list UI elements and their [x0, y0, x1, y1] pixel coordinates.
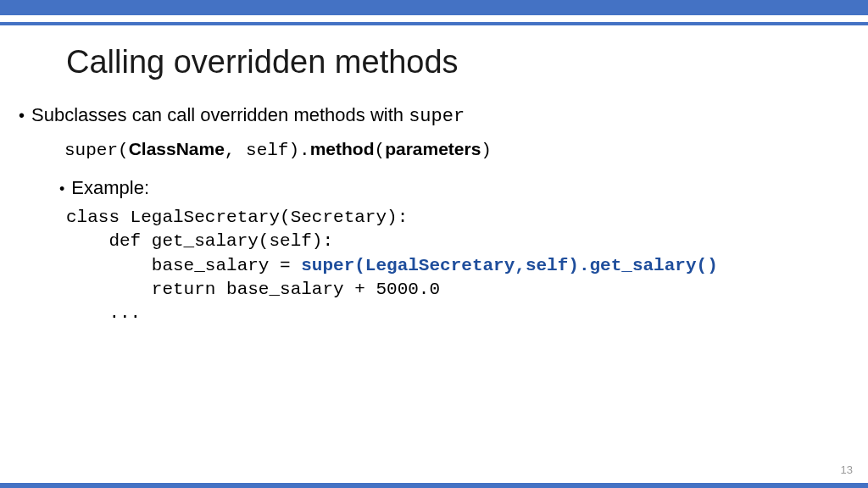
syntax-template: super(ClassName, self).method(parameters…	[64, 139, 868, 160]
bullet1-text: Subclasses can call overridden methods w…	[31, 104, 465, 127]
slide-title: Calling overridden methods	[66, 44, 868, 80]
code-line-4: return base_salary + 5000.0	[66, 280, 440, 299]
header-bar-thin	[0, 22, 868, 25]
code-line-5: ...	[66, 303, 141, 323]
syntax-p1: super(	[64, 141, 129, 160]
header-gap	[0, 15, 868, 22]
bullet-level1: • Subclasses can call overridden methods…	[19, 104, 868, 127]
bullet-dot: •	[59, 181, 64, 197]
syntax-method: method	[310, 139, 375, 158]
syntax-p3: (	[375, 141, 386, 160]
slide-content: • Subclasses can call overridden methods…	[19, 104, 868, 326]
header-bar-thick	[0, 0, 868, 15]
bullet-dot: •	[19, 107, 25, 124]
code-line-3a: base_salary =	[66, 256, 301, 275]
footer-bar	[0, 483, 868, 488]
code-line-2: def get_salary(self):	[66, 231, 333, 251]
code-block: class LegalSecretary(Secretary): def get…	[66, 206, 868, 326]
bullet-level2: • Example:	[59, 177, 868, 199]
syntax-p4: )	[481, 141, 492, 160]
code-line-1: class LegalSecretary(Secretary):	[66, 208, 408, 227]
syntax-p2: , self).	[225, 141, 310, 160]
syntax-classname: ClassName	[129, 139, 225, 158]
bullet1-prefix: Subclasses can call overridden methods w…	[31, 104, 409, 125]
page-number: 13	[841, 463, 853, 476]
code-highlight: super(LegalSecretary,self).get_salary()	[301, 256, 717, 275]
keyword-super: super	[409, 106, 465, 127]
bullet2-text: Example:	[71, 177, 149, 199]
syntax-params: parameters	[385, 139, 481, 158]
